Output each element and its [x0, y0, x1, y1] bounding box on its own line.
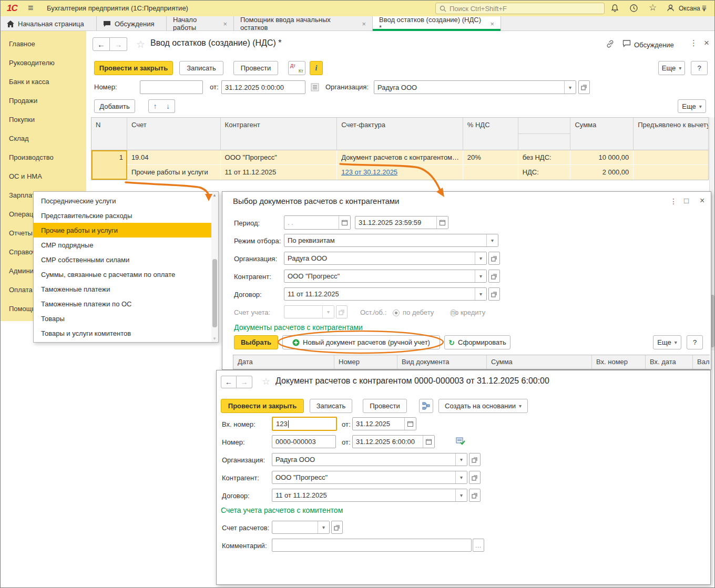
dropdown-item[interactable]: Посреднические услуги — [34, 193, 211, 208]
copy-link-icon[interactable] — [606, 39, 615, 48]
col-in-number[interactable]: Вх. номер — [592, 355, 646, 369]
dropdown-item[interactable]: Товары — [34, 311, 211, 326]
col-in-date[interactable]: Вх. дата — [646, 355, 693, 369]
sidebar-item-production[interactable]: Производство — [1, 148, 86, 167]
table-row[interactable]: 1 19.04 Прочие работы и услуги ООО "Прог… — [91, 150, 708, 180]
discussion-label[interactable]: Обсуждение — [634, 41, 674, 49]
tab-close-icon[interactable]: × — [490, 20, 494, 28]
tab-balance-entry-active[interactable]: Ввод остатков (создание) (НДС) * × — [373, 16, 501, 31]
dropdown-item-selected[interactable]: Прочие работы и услуги — [34, 223, 211, 238]
caret-down-icon[interactable]: ▾ — [486, 234, 498, 246]
sidebar-item-fixed-assets[interactable]: ОС и НМА — [1, 167, 86, 185]
sidebar-item-main[interactable]: Главное — [1, 34, 86, 53]
history-icon[interactable] — [629, 4, 638, 13]
caret-down-icon[interactable]: ▾ — [475, 288, 486, 300]
col-deduction[interactable]: Предъявлено к вычету — [634, 118, 708, 150]
settlement-account-open-button[interactable] — [331, 521, 343, 534]
sidebar-item-sales[interactable]: Продажи — [1, 91, 86, 110]
tab-close-icon[interactable]: × — [223, 20, 227, 28]
dropdown-item[interactable]: СМР собственными силами — [34, 252, 211, 267]
dialog-organization-open-button[interactable] — [488, 252, 500, 265]
invoice-link[interactable]: 123 от 30.12.2025 — [341, 168, 397, 176]
col-currency[interactable]: Валюта — [693, 355, 710, 369]
save-button[interactable]: Записать — [179, 61, 223, 75]
dialog-close-icon[interactable]: × — [700, 196, 704, 205]
dropdown-item[interactable]: Таможенные платежи — [34, 282, 211, 296]
post-button[interactable]: Провести — [233, 61, 278, 75]
in-date-input[interactable]: 31.12.2025 — [352, 417, 416, 430]
caret-down-icon[interactable]: ▾ — [455, 453, 467, 466]
more-button[interactable]: Еще▾ — [658, 61, 685, 75]
period-to-input[interactable]: 31.12.2025 23:59:59 — [355, 216, 448, 229]
list-choice-icon[interactable] — [311, 83, 319, 91]
col-split[interactable] — [518, 118, 571, 150]
dtkt-postings-button[interactable]: Дт Кт — [288, 61, 305, 75]
generate-button[interactable]: ↻ Сформировать — [444, 335, 510, 349]
settlement-account-combo[interactable]: ▾ — [272, 521, 330, 534]
deduction-cell[interactable] — [634, 150, 708, 180]
col-account[interactable]: Счет — [127, 118, 221, 150]
add-row-button[interactable]: Добавить — [94, 99, 135, 113]
dialog-organization-combo[interactable]: Радуга ООО ▾ — [284, 252, 487, 265]
select-button[interactable]: Выбрать — [234, 335, 278, 349]
organization-combo[interactable]: Радуга ООО ▾ — [374, 80, 576, 94]
organization-caret-icon[interactable]: ▾ — [564, 81, 576, 94]
user-icon[interactable] — [666, 4, 675, 13]
organization-open-button[interactable] — [578, 80, 590, 94]
search-input[interactable]: Поиск Ctrl+Shift+F — [435, 3, 605, 14]
calendar-icon[interactable] — [423, 436, 434, 448]
contractor-cell[interactable]: ООО "Прогресс" 11 от 11.12.2025 — [221, 150, 338, 180]
main-menu-icon[interactable]: ≡ — [28, 3, 34, 14]
sum-cell[interactable]: 10 000,00 2 000,00 — [570, 150, 634, 180]
dropdown-item[interactable]: СМР подрядные — [34, 238, 211, 252]
dialog-maximize-icon[interactable]: □ — [684, 196, 689, 205]
number-input[interactable] — [140, 80, 203, 94]
tab-close-icon[interactable]: × — [362, 20, 366, 28]
col-date[interactable]: Дата — [233, 355, 334, 369]
calc-organization-combo[interactable]: Радуга ООО ▾ — [272, 453, 467, 466]
move-down-button[interactable]: ↓ — [161, 99, 175, 113]
sidebar-item-manager[interactable]: Руководителю — [1, 53, 86, 72]
caret-down-icon[interactable]: ▾ — [318, 521, 329, 533]
calc-date-input[interactable]: 31.12.2025 6:00:00 — [352, 435, 435, 448]
calc-organization-open-button[interactable] — [469, 453, 481, 466]
dialog-more-button[interactable]: Еще▾ — [653, 335, 681, 349]
col-number[interactable]: Номер — [334, 355, 397, 369]
tab-getting-started[interactable]: Начало работы × — [167, 16, 234, 31]
notifications-bell-icon[interactable] — [610, 4, 619, 13]
debit-radio[interactable] — [393, 310, 400, 316]
back-button[interactable]: ← — [93, 37, 110, 51]
sidebar-item-purchases[interactable]: Покупки — [1, 110, 86, 129]
dropdown-item[interactable]: Суммы, связанные с расчетами по оплате — [34, 267, 211, 282]
col-sum[interactable]: Сумма — [570, 118, 634, 150]
dialog-kebab-icon[interactable]: ⋮ — [670, 197, 677, 205]
row-number-cell[interactable]: 1 — [91, 150, 127, 180]
scroll-up-icon[interactable]: ▲ — [212, 193, 217, 198]
dialog-help-button[interactable]: ? — [687, 335, 703, 349]
favorite-star-icon[interactable]: ☆ — [262, 376, 270, 387]
period-from-input[interactable]: . . — [284, 215, 351, 230]
dialog-contractor-open-button[interactable] — [488, 270, 500, 283]
auto-number-icon[interactable] — [456, 437, 465, 445]
info-button[interactable]: i — [310, 61, 323, 75]
dropdown-item[interactable]: Товары и услуги комитентов — [34, 326, 211, 341]
dropdown-item[interactable]: Таможенные платежи по ОС — [34, 296, 211, 311]
move-up-button[interactable]: ↑ — [148, 99, 162, 113]
forward-button[interactable]: → — [110, 37, 127, 51]
tab-discussions[interactable]: Обсуждения — [97, 16, 167, 31]
dropdown-item[interactable]: Представительские расходы — [34, 208, 211, 223]
forward-button[interactable]: → — [237, 376, 252, 388]
window-close-icon[interactable]: × — [704, 38, 709, 48]
create-based-on-button[interactable]: Создать на основании ▾ — [438, 399, 528, 413]
caret-down-icon[interactable]: ▾ — [455, 471, 467, 483]
comment-input[interactable] — [272, 539, 472, 552]
vat-percent-cell[interactable]: 20% — [463, 150, 518, 180]
structure-report-button[interactable] — [419, 399, 433, 413]
sidebar-item-warehouse[interactable]: Склад — [1, 129, 86, 148]
dialog-contractor-combo[interactable]: ООО "Прогресс" ▾ — [284, 270, 487, 283]
filter-mode-combo[interactable]: По реквизитам ▾ — [284, 234, 498, 247]
window-kebab-icon[interactable]: ⋮ — [690, 38, 698, 48]
calc-contract-open-button[interactable] — [469, 489, 481, 502]
discussion-chat-icon[interactable] — [622, 40, 631, 47]
calc-contractor-open-button[interactable] — [469, 471, 481, 484]
